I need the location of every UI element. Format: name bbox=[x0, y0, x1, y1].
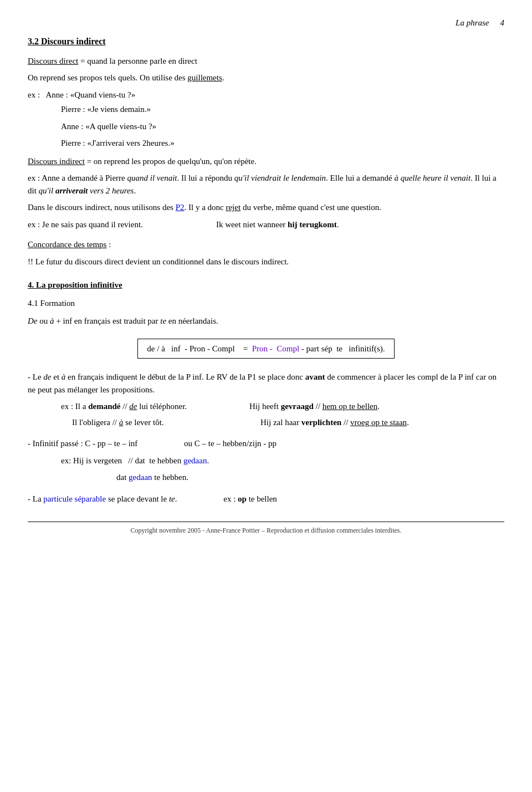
discours-indirect-def: Discours indirect = on reprend les propo… bbox=[28, 155, 504, 168]
example-vergeten: ex: Hij is vergeten // dat te hebben ged… bbox=[61, 454, 504, 467]
page-number: 4 bbox=[500, 17, 505, 29]
concordance-rule: !! Le futur du discours direct devient u… bbox=[28, 256, 504, 268]
page-header: La phrase 4 bbox=[28, 17, 504, 29]
discours-direct-def: Discours direct = quand la personne parl… bbox=[28, 55, 504, 68]
footer-text: Copyright novembre 2005 - Anne-France Po… bbox=[131, 527, 402, 534]
example-demande: ex : Il a demandé // de lui téléphoner. … bbox=[61, 400, 504, 413]
formula-container: de / à inf - Pron - Compl = Pron - Compl… bbox=[28, 333, 504, 365]
example-indirect: ex : Anne a demandé à Pierre quand il ve… bbox=[28, 172, 504, 197]
concordance-title: Concordance des temps : bbox=[28, 238, 504, 251]
formula-box: de / à inf - Pron - Compl = Pron - Compl… bbox=[137, 339, 394, 359]
section-41-heading: 4.1 Formation bbox=[28, 297, 504, 310]
example-vergeten2: dat gedaan te hebben. bbox=[116, 471, 504, 484]
footer: Copyright novembre 2005 - Anne-France Po… bbox=[28, 522, 504, 535]
example-obligera: Il l'obligera // à se lever tôt. Hij zal… bbox=[72, 416, 504, 429]
section-4: 4. La proposition infinitive 4.1 Formati… bbox=[28, 279, 504, 505]
discours-direct-label: Discours direct bbox=[28, 57, 78, 65]
formation-def: De ou à + inf en français est traduit pa… bbox=[28, 315, 504, 328]
p2-usage: Dans le discours indirect, nous utilison… bbox=[28, 201, 504, 214]
section-4-heading: 4. La proposition infinitive bbox=[28, 279, 504, 292]
infinitif-passe: - Infinitif passé : C - pp – te – inf ou… bbox=[28, 437, 504, 450]
header-title: La phrase bbox=[456, 17, 489, 29]
p-inf-explanation: - Le de et à en français indiquent le dé… bbox=[28, 371, 504, 396]
particule-separable: - La particule séparable se place devant… bbox=[28, 493, 504, 505]
section-32: 3.2 Discours indirect Discours direct = … bbox=[28, 35, 504, 268]
example-block: ex : Anne : «Quand viens-tu ?» bbox=[28, 89, 504, 101]
section-32-heading: 3.2 Discours indirect bbox=[28, 35, 504, 48]
reprend-propos: On reprend ses propos tels quels. On uti… bbox=[28, 71, 504, 84]
example-revient: ex : Je ne sais pas quand il revient. Ik… bbox=[28, 218, 504, 231]
